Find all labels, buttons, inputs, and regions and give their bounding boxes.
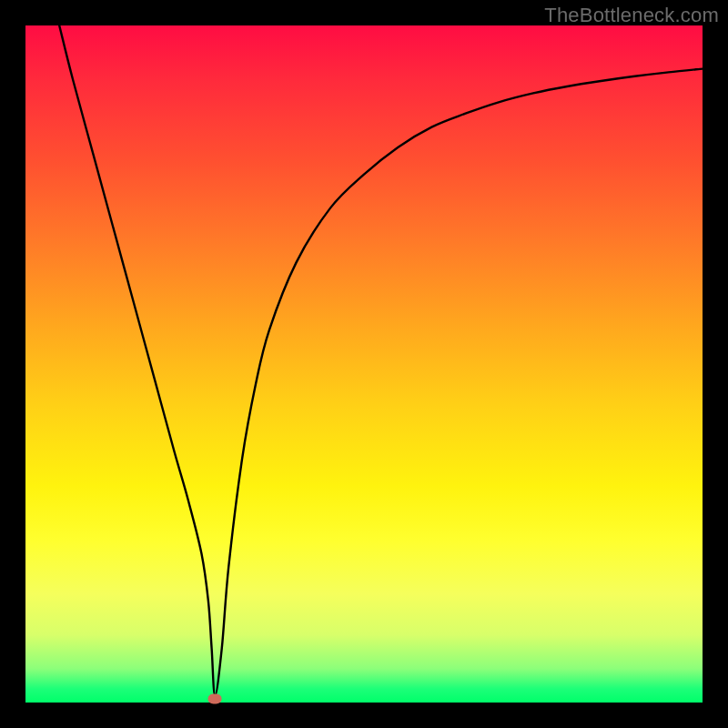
watermark-text: TheBottleneck.com xyxy=(544,4,719,27)
min-point-marker xyxy=(208,694,222,704)
chart-frame: TheBottleneck.com xyxy=(0,0,728,728)
bottleneck-curve xyxy=(59,25,703,696)
curve-svg xyxy=(25,25,703,703)
plot-area xyxy=(25,25,703,703)
